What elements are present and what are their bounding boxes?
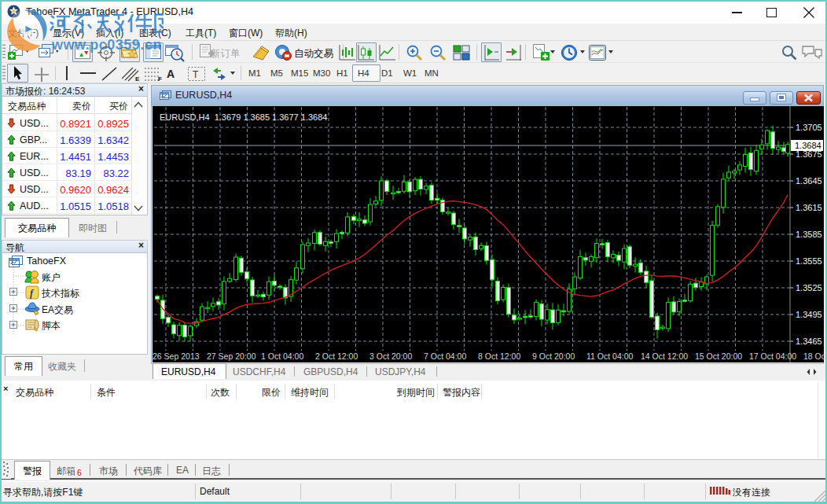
svg-text:E: E <box>135 75 140 82</box>
svg-text:T: T <box>193 69 199 80</box>
svg-text:F: F <box>158 75 162 82</box>
